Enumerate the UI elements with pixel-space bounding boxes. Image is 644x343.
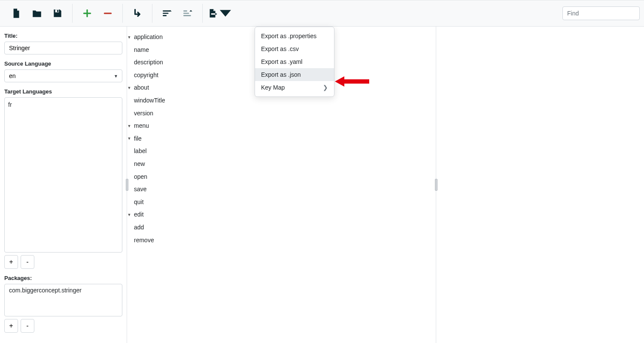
save-button[interactable] — [47, 4, 68, 23]
find-input[interactable] — [562, 6, 640, 20]
target-languages-label: Target Languages — [4, 88, 122, 95]
list-item[interactable]: com.biggerconcept.stringer — [9, 287, 118, 294]
caret-down-icon — [220, 8, 231, 19]
caret-down-icon: ▼ — [127, 123, 131, 129]
indent-arrow-icon — [132, 8, 143, 19]
packages-label: Packages: — [4, 275, 122, 281]
add-button[interactable] — [77, 4, 97, 23]
export-yaml-item[interactable]: Export as .yaml — [255, 55, 334, 68]
plus-icon — [82, 8, 93, 19]
menu-item-label: Export as .csv — [261, 45, 299, 52]
export-menu-button[interactable] — [207, 4, 231, 23]
toolbar-group-sort — [152, 4, 202, 23]
title-label: Title: — [4, 33, 122, 39]
sort-asc-icon — [182, 8, 193, 19]
save-icon — [52, 8, 63, 19]
select-wrap: en ▼ — [4, 69, 122, 82]
packages-buttons: + - — [4, 319, 122, 333]
title-input[interactable] — [4, 42, 122, 54]
tree-node-quit[interactable]: ▼quit — [127, 196, 436, 209]
export-csv-item[interactable]: Export as .csv — [255, 42, 334, 55]
title-group: Title: — [4, 33, 122, 54]
add-package-button[interactable]: + — [4, 319, 18, 333]
target-lang-buttons: + - — [4, 255, 122, 269]
file-icon — [11, 8, 22, 19]
tree-node-new[interactable]: ▼new — [127, 158, 436, 171]
menu-item-label: Export as .properties — [261, 33, 316, 39]
find-wrap — [562, 6, 640, 20]
tree-node-open[interactable]: ▼open — [127, 171, 436, 184]
source-language-group: Source Language en ▼ — [4, 60, 122, 82]
open-folder-button[interactable] — [27, 4, 47, 23]
export-json-item[interactable]: Export as .json — [255, 68, 334, 81]
target-languages-group: Target Languages fr + - — [4, 88, 122, 269]
splitter-left[interactable] — [126, 179, 128, 191]
caret-down-icon: ▼ — [127, 85, 131, 91]
menu-item-label: Key Map — [261, 84, 285, 91]
source-language-select[interactable]: en — [4, 69, 122, 82]
caret-down-icon: ▼ — [127, 136, 131, 141]
tree-node-menu[interactable]: ▼menu — [127, 120, 436, 132]
toolbar — [0, 0, 644, 27]
chevron-right-icon: ❯ — [323, 84, 328, 91]
toolbar-group-add-remove — [73, 4, 122, 23]
menu-item-label: Export as .json — [261, 71, 301, 78]
tree-node-add[interactable]: ▼add — [127, 221, 436, 234]
list-item[interactable]: fr — [8, 100, 118, 109]
move-into-button[interactable] — [127, 4, 148, 23]
export-properties-item[interactable]: Export as .properties — [255, 30, 334, 42]
left-panel: Title: Source Language en ▼ Target Langu… — [0, 27, 127, 343]
folder-icon — [31, 8, 43, 19]
menu-item-label: Export as .yaml — [261, 58, 302, 65]
tree-node-file[interactable]: ▼file — [127, 132, 436, 145]
toolbar-group-export — [203, 4, 235, 23]
tree-node-version[interactable]: ▼version — [127, 107, 436, 120]
caret-down-icon: ▼ — [127, 35, 131, 40]
export-dropdown: Export as .properties Export as .csv Exp… — [255, 27, 334, 97]
packages-group: Packages: com.biggerconcept.stringer + - — [4, 275, 122, 333]
target-languages-list[interactable]: fr — [4, 97, 122, 253]
sort-desc-button[interactable] — [157, 4, 177, 23]
remove-target-language-button[interactable]: - — [21, 255, 34, 269]
source-language-label: Source Language — [4, 60, 122, 67]
splitter-right[interactable] — [435, 179, 437, 191]
add-target-language-button[interactable]: + — [4, 255, 18, 269]
toolbar-group-move — [123, 4, 152, 23]
tree-node-save[interactable]: ▼save — [127, 183, 436, 196]
new-file-button[interactable] — [6, 4, 27, 23]
packages-list[interactable]: com.biggerconcept.stringer — [4, 284, 122, 316]
minus-icon — [102, 8, 113, 19]
tree-node-remove[interactable]: ▼remove — [127, 234, 436, 247]
keymap-submenu-item[interactable]: Key Map ❯ — [255, 81, 334, 94]
detail-panel — [436, 27, 644, 343]
sort-desc-icon — [161, 8, 173, 19]
remove-button[interactable] — [97, 4, 118, 23]
tree-node-edit[interactable]: ▼edit — [127, 208, 436, 221]
remove-package-button[interactable]: - — [21, 319, 34, 333]
toolbar-group-file — [2, 4, 72, 23]
sort-asc-button[interactable] — [177, 4, 198, 23]
tree-node-label[interactable]: ▼label — [127, 145, 436, 158]
svg-rect-1 — [57, 10, 58, 12]
caret-down-icon: ▼ — [127, 212, 131, 218]
export-icon — [207, 8, 218, 19]
